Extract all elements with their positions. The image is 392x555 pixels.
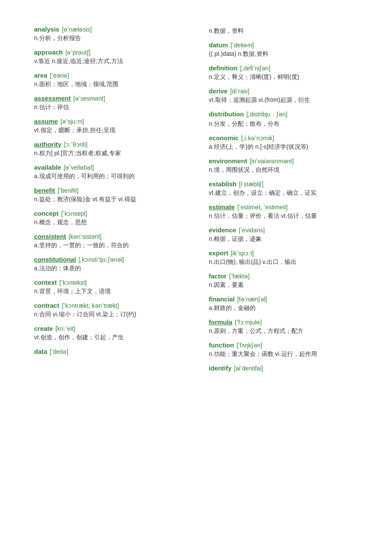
entry-definition: n.估计；评估 [34, 103, 183, 112]
entry-header: consistent[kənˈsistənt] [34, 233, 183, 240]
entry-header: concept[ˈkɔnsept] [34, 210, 183, 217]
entry-word: benefit [34, 187, 55, 194]
dictionary-entry: analysis[əˈnæləsis]n.分析，分析报告 [34, 26, 183, 43]
dictionary-entry: economic[ˌiːkəˈnɔmik]a.经济(上，学)的 n.[-s]经济… [209, 134, 358, 151]
entry-phonetic: [əˈsesmənt] [73, 95, 105, 102]
entry-header: establish[iˈstæbliʃ] [209, 180, 358, 188]
entry-word: evidence [209, 226, 236, 234]
entry-header: data[ˈdeitə] [34, 348, 183, 355]
left-column: analysis[əˈnæləsis]n.分析，分析报告approach[əˈp… [34, 26, 183, 378]
entry-definition: n.功能；重大聚会；函数 vi.运行，起作用 [209, 350, 358, 358]
entry-word: function [209, 341, 234, 349]
entry-header: available[əˈveiləbəl] [34, 164, 183, 171]
entry-definition: n.合同 vi.缩小；订合同 vt.染上；订(约) [34, 310, 183, 319]
entry-phonetic: [əˈsjuːm] [61, 118, 84, 125]
entry-definition: a.法治的；体质的 [34, 264, 183, 273]
dictionary-entry: function[ˈfʌŋkʃən]n.功能；重大聚会；函数 vi.运行，起作用 [209, 341, 358, 358]
entry-phonetic: [kriːˈeit] [55, 325, 75, 332]
entry-phonetic: [ˌdistribju：ʃən] [247, 111, 288, 119]
entry-header: constitutional[ˌkɔnstiˈtjuːʃənəl] [34, 256, 183, 263]
entry-header: evidence[ˈevidəns] [209, 226, 358, 234]
dictionary-entry: establish[iˈstæbliʃ]vt.建立，创办，设立；确定，确立，证实 [209, 180, 358, 197]
entry-phonetic: [aiˈdentifai] [234, 365, 263, 372]
entry-definition: n.原则，方案；公式，方程式；配方 [209, 327, 358, 335]
dictionary-entry: context[ˈkɔntekst]n.背景，环境；上下文，语境 [34, 279, 183, 296]
entry-phonetic: [ˈbenifit] [58, 187, 78, 194]
entry-header: financial[fəˈnænʃəl] [209, 295, 358, 303]
entry-phonetic: [diˈraiv] [230, 88, 249, 95]
entry-header: economic[ˌiːkəˈnɔmik] [209, 134, 358, 142]
entry-definition: n.权力[ pl.]官方;当权者;权威,专家 [34, 149, 183, 158]
entry-phonetic: [ɔːˈθɔriti] [64, 141, 87, 148]
dictionary-layout: analysis[əˈnæləsis]n.分析，分析报告approach[əˈp… [34, 26, 358, 378]
entry-definition: n.出口(物), 输出(品) v.出口，输出 [209, 257, 358, 266]
entry-definition: n.根据，证据，迹象 [209, 234, 358, 243]
entry-header: factor[ˈfæktə] [209, 272, 358, 280]
dictionary-entry: consistent[kənˈsistənt]a.坚持的，一贯的；一致的，符合的 [34, 233, 183, 250]
entry-word: estimate [209, 203, 235, 211]
dictionary-entry: assessment[əˈsesmənt]n.估计；评估 [34, 95, 183, 112]
entry-definition: vt.取得；追溯起源 vi.(from)起源，衍生 [209, 95, 358, 104]
entry-phonetic: [ˈestimət, ˈestimeit] [237, 204, 288, 211]
entry-phonetic: [ˌiːkəˈnɔmik] [241, 135, 274, 142]
entry-word: context [34, 279, 57, 286]
entry-header: estimate[ˈestimət, ˈestimeit] [209, 203, 358, 211]
entry-definition: n.定义，释义；清晰(度)，鲜明(度) [209, 72, 358, 81]
dictionary-entry: constitutional[ˌkɔnstiˈtjuːʃənəl]a.法治的；体… [34, 256, 183, 273]
entry-definition: n.分析，分析报告 [34, 34, 183, 43]
entry-phonetic: [inˈvaiərənmənt] [250, 158, 294, 165]
entry-definition: (( pl.)data) n.数据,资料 [209, 49, 358, 58]
entry-header: datum[ˈdeitəm] [209, 41, 358, 49]
entry-phonetic: [ˈevidəns] [239, 227, 265, 234]
entry-definition: v.靠近 n.接近,临近;途径;方式,方法 [34, 57, 183, 66]
dictionary-entry: derive[diˈraiv]vt.取得；追溯起源 vi.(from)起源，衍生 [209, 87, 358, 104]
entry-header: approach[əˈprəutʃ] [34, 49, 183, 56]
entry-header: export[ikˈspɔːt] [209, 249, 358, 257]
entry-word: constitutional [34, 256, 76, 263]
dictionary-entry: create[kriːˈeit]vt.创造，创作，创建；引起，产生 [34, 325, 183, 342]
entry-definition: n.面积；地区，地域；领域,范围 [34, 80, 183, 89]
entry-phonetic: [ˌdefiˈniʃən] [240, 65, 271, 72]
entry-word: consistent [34, 233, 66, 240]
dictionary-entry: available[əˈveiləbəl]a.现成可使用的，可利用的；可得到的 [34, 164, 183, 181]
entry-word: concept [34, 210, 59, 217]
entry-word: area [34, 72, 47, 79]
entry-definition: a.坚持的，一贯的；一致的，符合的 [34, 241, 183, 250]
entry-phonetic: [ˈkɔnsept] [61, 210, 87, 217]
entry-definition: n.分发，分配；散布，分布 [209, 119, 358, 128]
entry-word: distribution [209, 110, 244, 118]
entry-definition: a.经济(上，学)的 n.[-s]经济学(状况等) [209, 142, 358, 151]
right-column: n.数据，资料datum[ˈdeitəm](( pl.)data) n.数据,资… [209, 26, 358, 378]
entry-word: create [34, 325, 53, 332]
entry-definition: n.背景，环境；上下文，语境 [34, 287, 183, 296]
entry-word: datum [209, 41, 228, 49]
entry-phonetic: [ˈfɔːmjulə] [235, 319, 262, 326]
dictionary-entry: authority[ɔːˈθɔriti]n.权力[ pl.]官方;当权者;权威,… [34, 141, 183, 158]
entry-word: derive [209, 87, 228, 95]
dictionary-entry: financial[fəˈnænʃəl]a.财政的，金融的 [209, 295, 358, 312]
entry-word: approach [34, 49, 63, 56]
entry-phonetic: [ˈfʌŋkʃən] [236, 342, 262, 349]
entry-definition: n.境，周围状况，自然环境 [209, 165, 358, 174]
entry-phonetic: [ikˈspɔːt] [231, 250, 254, 257]
entry-definition: n.数据，资料 [209, 26, 358, 35]
entry-header: distribution[ˌdistribju：ʃən] [209, 110, 358, 119]
entry-header: contract[ˈkɔntrækt, kənˈtrækt] [34, 302, 183, 309]
dictionary-entry: definition[ˌdefiˈniʃən]n.定义，释义；清晰(度)，鲜明(… [209, 64, 358, 81]
dictionary-entry: approach[əˈprəutʃ]v.靠近 n.接近,临近;途径;方式,方法 [34, 49, 183, 66]
entry-definition: vt.假定，臆断；承担,担任;呈现 [34, 126, 183, 135]
entry-definition: n.概念，观念，思想 [34, 218, 183, 227]
entry-definition: n.益处；救济(保险)金 vt.有益于 vi.得益 [34, 195, 183, 204]
entry-phonetic: [fəˈnænʃəl] [237, 296, 267, 303]
entry-phonetic: [ˈeəriə] [50, 72, 69, 79]
entry-header: analysis[əˈnæləsis] [34, 26, 183, 33]
entry-word: identify [209, 364, 231, 372]
entry-phonetic: [kənˈsistənt] [69, 233, 101, 240]
entry-phonetic: [ˈfæktə] [229, 273, 250, 280]
entry-definition: a.财政的，金融的 [209, 304, 358, 312]
entry-header: definition[ˌdefiˈniʃən] [209, 64, 358, 72]
entry-word: analysis [34, 26, 59, 33]
dictionary-entry: concept[ˈkɔnsept]n.概念，观念，思想 [34, 210, 183, 227]
entry-phonetic: [əˈveiləbəl] [63, 164, 94, 171]
entry-word: assessment [34, 95, 71, 102]
